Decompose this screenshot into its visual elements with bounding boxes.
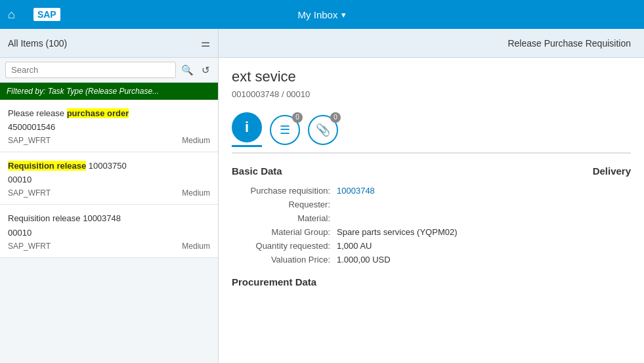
tab-list[interactable]: ☰ 0 — [270, 115, 300, 145]
field-value: 1,000 AU — [337, 241, 372, 251]
item-meta: SAP_WFRT Medium — [8, 188, 210, 198]
info-icon: i — [232, 112, 262, 142]
item-meta: SAP_WFRT Medium — [8, 136, 210, 145]
right-header: Release Purchase Requisition — [219, 29, 644, 58]
detail-area: Basic Data Delivery Purchase requisition… — [232, 154, 631, 288]
item-source: SAP_WFRT — [8, 242, 51, 251]
filter-badge: Filtered by: Task Type (Release Purchase… — [0, 83, 218, 100]
item-subtitle: 00010 — [8, 228, 210, 238]
field-label: Material Group: — [232, 227, 337, 237]
field-value: 1.000,00 USD — [337, 255, 391, 265]
item-source: SAP_WFRT — [8, 136, 51, 145]
tab-info[interactable]: i — [232, 112, 262, 147]
field-material: Material: — [232, 213, 631, 223]
item-title-prefix: Requisition release 10003748 — [8, 213, 121, 223]
list-item[interactable]: Requisition release 10003748 00010 SAP_W… — [0, 205, 218, 257]
items-list: Please release purchase order 4500001546… — [0, 100, 218, 363]
tab-bar: i ☰ 0 📎 0 — [232, 112, 631, 154]
field-label: Purchase requisition: — [232, 186, 337, 196]
field-value-link[interactable]: 10003748 — [337, 186, 375, 196]
search-input[interactable] — [5, 62, 176, 78]
all-items-title: All Items (100) — [8, 38, 67, 49]
right-panel: Release Purchase Requisition ext sevice … — [219, 29, 644, 363]
item-title: Requisition release 10003748 — [8, 213, 210, 224]
item-title-highlight: Requisition release — [8, 161, 86, 171]
left-header: All Items (100) ⚌ — [0, 29, 218, 58]
search-bar: 🔍 ↺ — [0, 58, 218, 83]
field-value: Spare parts services (YQPM02) — [337, 227, 458, 237]
tab-attachment[interactable]: 📎 0 — [308, 115, 338, 145]
sap-logo: SAP — [33, 8, 60, 21]
field-requester: Requester: — [232, 200, 631, 209]
field-label: Material: — [232, 213, 337, 223]
list-item[interactable]: Please release purchase order 4500001546… — [0, 100, 218, 152]
procurement-title: Procurement Data — [232, 276, 631, 288]
left-panel: All Items (100) ⚌ 🔍 ↺ Filtered by: Task … — [0, 29, 219, 363]
right-content: ext sevice 0010003748 / 00010 i ☰ 0 📎 0 — [219, 58, 644, 363]
item-priority: Medium — [182, 242, 210, 251]
item-title-prefix: Please release — [8, 108, 67, 118]
field-purchase-requisition: Purchase requisition: 10003748 — [232, 186, 631, 196]
item-priority: Medium — [182, 136, 210, 145]
delivery-title: Delivery — [593, 165, 631, 177]
attachment-tab-badge: 0 — [330, 112, 341, 123]
field-label: Valuation Price: — [232, 255, 337, 265]
field-label: Requester: — [232, 200, 337, 209]
field-valuation-price: Valuation Price: 1.000,00 USD — [232, 255, 631, 265]
main-layout: All Items (100) ⚌ 🔍 ↺ Filtered by: Task … — [0, 29, 644, 363]
item-title-suffix: 10003750 — [86, 161, 126, 171]
item-subtitle: 00010 — [8, 175, 210, 184]
list-tab-badge: 0 — [292, 112, 303, 123]
search-button[interactable]: 🔍 — [179, 63, 196, 77]
right-header-title: Release Purchase Requisition — [507, 38, 631, 49]
basic-data-header: Basic Data Delivery — [232, 165, 631, 177]
basic-data-title: Basic Data — [232, 165, 282, 177]
item-subtitle: 4500001546 — [8, 122, 210, 132]
chevron-down-icon: ▾ — [341, 10, 346, 20]
list-item[interactable]: Requisition release 10003750 00010 SAP_W… — [0, 152, 218, 205]
top-bar: ⌂ SAP My Inbox ▾ — [0, 0, 644, 29]
field-material-group: Material Group: Spare parts services (YQ… — [232, 227, 631, 237]
item-title-highlight: purchase order — [67, 108, 129, 118]
procurement-section: Procurement Data — [232, 276, 631, 288]
doc-subtitle: 0010003748 / 00010 — [232, 89, 631, 99]
field-label: Quantity requested: — [232, 241, 337, 251]
inbox-label: My Inbox — [298, 9, 338, 20]
item-title: Please release purchase order — [8, 108, 210, 119]
refresh-button[interactable]: ↺ — [199, 63, 213, 77]
item-source: SAP_WFRT — [8, 188, 51, 198]
filter-icon[interactable]: ⚌ — [201, 37, 210, 49]
item-priority: Medium — [182, 188, 210, 198]
field-quantity: Quantity requested: 1,000 AU — [232, 241, 631, 251]
inbox-menu[interactable]: My Inbox ▾ — [298, 9, 347, 20]
doc-title: ext sevice — [232, 68, 631, 85]
item-meta: SAP_WFRT Medium — [8, 242, 210, 251]
tab-active-indicator — [232, 145, 262, 147]
filter-badge-text: Filtered by: Task Type (Release Purchase… — [7, 87, 159, 96]
home-icon[interactable]: ⌂ — [8, 8, 15, 22]
item-title: Requisition release 10003750 — [8, 160, 210, 172]
